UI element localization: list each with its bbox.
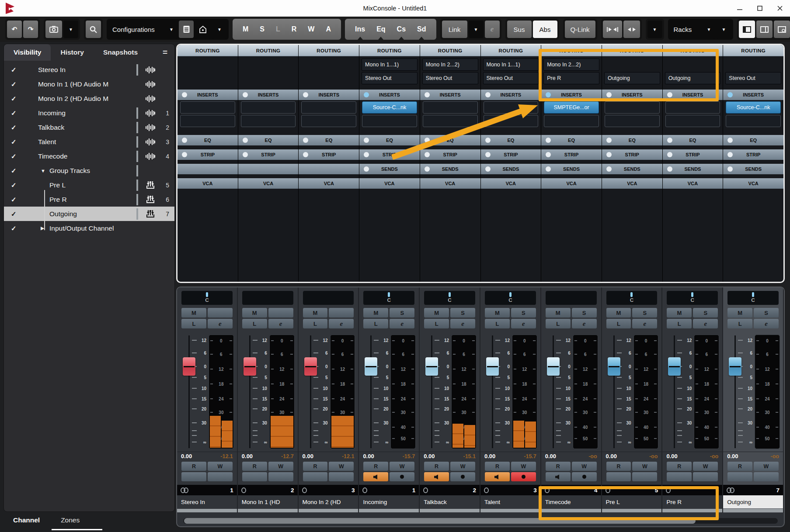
vca-rack-header[interactable]: VCA: [723, 178, 783, 189]
insert-slot-1[interactable]: [241, 101, 296, 114]
routing-output-slot[interactable]: Stereo Out: [362, 72, 418, 84]
solo-button[interactable]: S: [572, 308, 597, 318]
listen-button[interactable]: L: [546, 319, 571, 328]
listen-button[interactable]: L: [303, 319, 328, 328]
bypass-sends-button[interactable]: Sd: [411, 19, 432, 40]
right-zone-toggle[interactable]: [756, 21, 773, 38]
visibility-checkmark[interactable]: ✓: [11, 95, 28, 103]
sends-power-indicator[interactable]: [667, 166, 672, 172]
monitor-button[interactable]: [363, 472, 388, 481]
inserts-rack-header[interactable]: INSERTS: [481, 90, 541, 100]
strip-power-indicator[interactable]: [243, 152, 248, 157]
mute-all-button[interactable]: M: [237, 19, 254, 40]
insert-slot-2[interactable]: [423, 115, 478, 127]
sidebar-item-pre-l[interactable]: ✓Pre L5: [4, 178, 174, 192]
routing-input-slot[interactable]: [180, 59, 236, 71]
channel-color-bar[interactable]: [177, 509, 237, 512]
mute-button[interactable]: M: [242, 308, 267, 318]
racks-dropdown[interactable]: Racks▼: [670, 21, 715, 38]
listen-button[interactable]: L: [424, 319, 449, 328]
pan-control[interactable]: [546, 291, 597, 305]
write-automation-button[interactable]: W: [693, 462, 718, 471]
visibility-checkmark[interactable]: ✓: [11, 210, 28, 218]
link-button[interactable]: Link: [442, 21, 467, 38]
meter-peak-value[interactable]: -12.1: [220, 453, 233, 459]
tab-history[interactable]: History: [51, 44, 93, 61]
mute-button[interactable]: M: [606, 308, 631, 318]
eq-rack-header[interactable]: EQ: [541, 135, 602, 145]
solo-button[interactable]: S: [693, 308, 718, 318]
sidebar-item-group-tracks[interactable]: ✓▼Group Tracks: [4, 163, 174, 178]
vca-rack-header[interactable]: VCA: [481, 178, 541, 189]
inserts-power-indicator[interactable]: [485, 92, 491, 97]
insert-slot-2[interactable]: [301, 115, 356, 127]
record-enable-button[interactable]: [632, 472, 657, 481]
pan-control[interactable]: [242, 291, 293, 305]
routing-output-slot[interactable]: Stereo Out: [725, 72, 781, 84]
insert-slot-1[interactable]: SMPTEGe...or: [544, 101, 599, 114]
meter-peak-value[interactable]: -15.7: [403, 453, 415, 459]
record-enable-button[interactable]: [329, 472, 354, 481]
channel-color-bar[interactable]: [359, 509, 419, 512]
meter-peak-value[interactable]: -oo: [710, 453, 718, 459]
channel-name[interactable]: Talent: [480, 495, 540, 508]
sends-rack-header[interactable]: SENDS: [541, 164, 602, 174]
meter-peak-value[interactable]: -12.1: [342, 453, 355, 459]
fader-db-value[interactable]: 0.00: [242, 453, 253, 459]
fader-handle[interactable]: [365, 357, 377, 376]
configurations-dropdown[interactable]: Configurations▼: [108, 21, 177, 38]
eq-rack-header[interactable]: EQ: [723, 135, 783, 145]
listen-button[interactable]: L: [485, 319, 510, 328]
pan-control[interactable]: C: [485, 291, 536, 305]
insert-slot-1[interactable]: [180, 101, 235, 114]
sends-rack-header[interactable]: SENDS: [602, 164, 662, 174]
read-automation-button[interactable]: R: [363, 462, 388, 471]
channel-name[interactable]: Incoming: [359, 495, 419, 508]
write-automation-button[interactable]: W: [390, 462, 414, 471]
meter-peak-value[interactable]: -12.7: [281, 453, 294, 459]
fader-db-value[interactable]: 0.00: [424, 453, 435, 459]
sidebar-item-talent[interactable]: ✓Talent3: [4, 135, 174, 149]
zoom-fit-icon[interactable]: [603, 21, 622, 38]
maximize-button[interactable]: [750, 0, 770, 17]
meter-peak-value[interactable]: -oo: [588, 453, 597, 459]
sidebar-item-mono-in-1-hd-audio-m[interactable]: ✓Mono In 1 (HD Audio M: [4, 77, 174, 91]
meter-peak-value[interactable]: -oo: [649, 453, 658, 459]
sidebar-item-timecode[interactable]: ✓Timecode4: [4, 149, 174, 163]
undo-button[interactable]: ↶: [7, 21, 22, 38]
write-automation-button[interactable]: W: [754, 462, 779, 471]
eq-rack-header[interactable]: EQ: [238, 135, 299, 145]
routing-input-slot[interactable]: Mono In 2...2): [422, 59, 478, 71]
sends-power-indicator[interactable]: [606, 166, 612, 172]
routing-input-slot[interactable]: [240, 59, 296, 71]
routing-rack-header[interactable]: ROUTING: [238, 45, 299, 56]
eq-rack-header[interactable]: EQ: [663, 135, 723, 145]
solo-button[interactable]: [329, 308, 354, 318]
routing-input-slot[interactable]: Mono In 1...1): [483, 59, 539, 71]
monitor-button[interactable]: [242, 472, 267, 481]
sidebar-item-incoming[interactable]: ✓Incoming1: [4, 106, 174, 120]
strip-rack-header[interactable]: STRIP: [663, 149, 723, 160]
mute-button[interactable]: M: [546, 308, 571, 318]
snapshot-camera-button[interactable]: [45, 21, 62, 38]
record-enable-button[interactable]: [268, 472, 293, 481]
tab-zones[interactable]: Zones: [61, 516, 80, 524]
insert-slot-2[interactable]: [726, 115, 781, 127]
insert-slot-2[interactable]: [362, 115, 417, 127]
inserts-rack-header[interactable]: INSERTS: [359, 90, 420, 100]
agent-dropdown[interactable]: ▼: [212, 21, 227, 38]
strip-rack-header[interactable]: STRIP: [481, 149, 541, 160]
fader-handle[interactable]: [304, 357, 317, 376]
record-enable-button[interactable]: [754, 472, 779, 481]
strip-power-indicator[interactable]: [667, 152, 672, 157]
pan-control[interactable]: C: [667, 291, 718, 305]
read-all-button[interactable]: R: [286, 19, 303, 40]
visibility-checkmark[interactable]: ✓: [11, 181, 28, 189]
record-enable-button[interactable]: [511, 472, 536, 481]
inserts-rack-header[interactable]: INSERTS: [177, 90, 238, 100]
edit-channel-button[interactable]: e: [572, 319, 597, 328]
edit-channel-button[interactable]: e: [754, 319, 779, 328]
routing-output-slot[interactable]: Stereo Out: [483, 72, 539, 84]
vca-rack-header[interactable]: VCA: [663, 178, 723, 189]
sidebar-item-outgoing[interactable]: ✓Outgoing7: [4, 207, 174, 221]
